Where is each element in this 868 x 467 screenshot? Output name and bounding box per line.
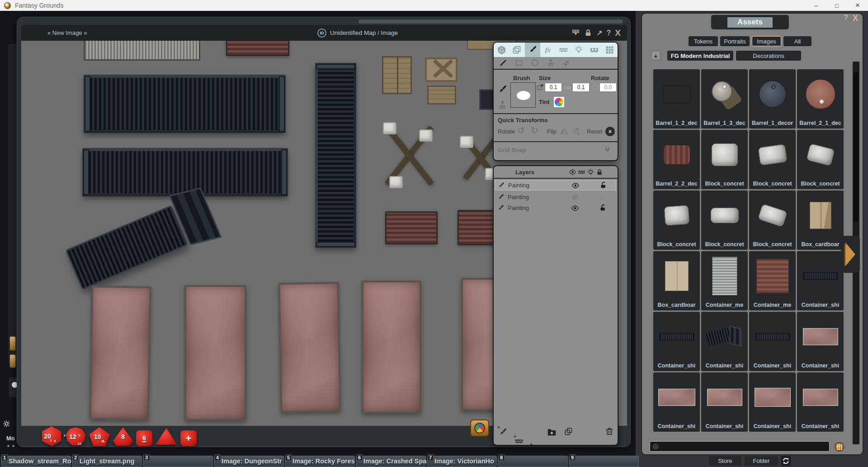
asset-card[interactable]: Box_cardboar [653,251,700,310]
layer-row[interactable]: Painting [495,180,616,191]
size-height-input[interactable] [572,83,590,92]
d20-die[interactable]: 20 8 2 14 [41,426,62,446]
layer-visible-icon[interactable] [571,204,579,212]
asset-card[interactable]: Container_shi [701,372,748,432]
layer-visible-icon[interactable] [571,181,580,190]
window-close-icon[interactable]: X [615,28,621,38]
delete-layer-button[interactable] [605,427,614,436]
asset-card[interactable]: Container_shi [797,372,844,432]
store-button[interactable]: Store [709,456,741,466]
flip-vertical-icon[interactable] [571,127,580,135]
dock-item-icon[interactable] [9,336,16,351]
eraser-tool-icon[interactable] [562,59,571,67]
line-tool-icon[interactable] [499,59,507,67]
maximize-button[interactable]: □ [826,0,847,11]
tab-images[interactable]: Images [752,36,781,46]
asset-card[interactable]: Barrel_2_1_dec [797,69,844,129]
hotbar-slot[interactable]: 4Image: DungeonStr [214,456,284,467]
dock-item-icon[interactable] [9,354,16,368]
lock-icon[interactable] [584,29,592,37]
asset-card[interactable]: Box_cardboar [797,191,844,250]
help-icon[interactable]: ? [607,29,611,37]
asset-card[interactable]: Container_me [701,251,748,310]
search-input[interactable] [659,443,829,450]
tool-mask[interactable] [587,43,602,57]
refresh-button[interactable] [780,455,792,467]
asset-card[interactable]: Barrel_2_2_dec [653,130,700,189]
scrollbar-thumb[interactable] [854,72,859,222]
d12-die[interactable]: 12 10 2 [66,427,86,446]
tiles-all-icon[interactable] [578,168,585,176]
asset-card[interactable]: Block_concret [653,191,700,250]
tab-tokens[interactable]: Tokens [689,36,718,46]
layer-row[interactable]: Painting [495,192,616,202]
d10-die[interactable]: 10 2 8 [89,427,110,446]
add-folder-button[interactable] [547,427,557,437]
asset-card[interactable]: Barrel_1_3_dec [701,69,748,129]
assets-help-icon[interactable]: ? [844,14,848,23]
hotbar-slot[interactable]: 1Shadow_stream_Ro [1,456,71,467]
hotbar-slot[interactable]: 5Image: Rocky Fores [285,456,355,467]
hotbar-slot[interactable]: 7Image: VictorianHo [427,456,497,467]
popout-icon[interactable]: ↗ [596,29,602,37]
tool-layers[interactable] [509,43,524,57]
hotbar-slot[interactable]: 8 [498,456,568,467]
asset-card[interactable]: Block_concret [701,191,748,250]
asset-card[interactable]: Container_shi [797,251,844,310]
breadcrumb-up-button[interactable]: ▲ [651,51,660,60]
minimize-button[interactable]: – [806,0,826,11]
tab-portraits[interactable]: Portraits [720,36,750,46]
asset-card[interactable]: Block_concret [797,130,844,189]
layer-row[interactable]: Painting [495,203,616,213]
duplicate-layer-button[interactable] [564,427,573,436]
asset-card[interactable]: Barrel_1_decor [749,69,796,129]
grid-snap-magnet-icon[interactable] [603,145,612,154]
flip-horizontal-icon[interactable] [560,127,568,135]
tool-lighting[interactable] [571,43,586,57]
add-die-button[interactable]: + [180,430,197,446]
brush-preview[interactable] [510,82,536,108]
asset-card[interactable]: Container_shi [653,372,700,432]
asset-search-box[interactable] [650,441,830,452]
radial-menu-button[interactable] [470,419,489,437]
hotbar-slot[interactable]: 9 [569,456,639,467]
asset-card[interactable]: Container_shi [749,312,796,371]
d8-die[interactable]: 8 [113,427,133,446]
tab-all[interactable]: All [783,36,811,46]
layer-hidden-icon[interactable] [571,193,579,201]
breadcrumb-folder[interactable]: Decorations [736,51,801,61]
window-grab-bar[interactable] [359,19,623,24]
asset-card[interactable]: Container_shi [653,312,700,371]
hotbar-slot[interactable]: 2Light_stream.png [72,456,142,467]
tint-color-swatch[interactable] [553,96,565,108]
asset-card[interactable]: Container_me [749,251,796,310]
asset-card[interactable]: Block_concret [749,130,796,189]
map-window-header[interactable]: « New Image » ID Unidentified Map / Imag… [21,25,627,41]
asset-card[interactable]: Barrel_1_2_dec [653,69,700,129]
asset-card[interactable]: Block_concret [749,191,796,250]
new-image-button[interactable]: « New Image » [43,25,91,41]
asset-view-grid-button[interactable] [835,442,844,452]
tool-dice[interactable] [494,43,509,57]
reset-button[interactable]: × [605,127,615,136]
brush-mode-icon[interactable] [497,85,507,95]
layer-unlocked-icon[interactable] [599,204,607,212]
close-button[interactable]: × [847,0,868,11]
hotbar-slot[interactable]: 3 [143,456,213,467]
asset-card[interactable]: Container_shi [749,372,796,432]
assets-close-icon[interactable]: X [853,14,858,23]
rotate-cw-icon[interactable]: ↻ [531,125,538,136]
d4-die[interactable] [156,427,177,446]
lighting-all-icon[interactable] [587,168,594,176]
stamp-tool-icon[interactable] [547,59,555,67]
stamp-edit-icon[interactable] [498,100,507,110]
d6-die[interactable]: 6 [136,430,152,446]
tool-grid[interactable] [602,43,618,57]
token-visibility-icon[interactable] [571,29,580,37]
add-fx-layer-button[interactable]: +fx [531,445,618,446]
rectangle-tool-icon[interactable] [515,59,523,67]
tool-effects[interactable]: fx [540,43,556,57]
rotate-ccw-icon[interactable]: ↺ [517,125,525,136]
link-icon[interactable] [564,84,571,91]
asset-card[interactable]: Block_concret [701,130,748,189]
